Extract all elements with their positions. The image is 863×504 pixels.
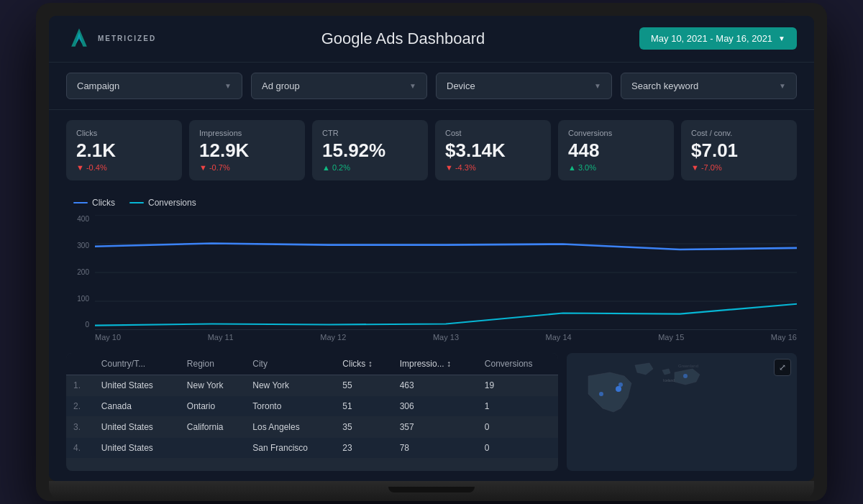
kpi-value-1: 12.9K [199,140,295,161]
row-clicks-0: 55 [335,375,392,396]
col-country[interactable]: Country/T... [94,353,180,375]
row-region-2: California [180,417,245,438]
kpi-card-4: Conversions 448 ▲ 3.0% [558,120,674,181]
table-row[interactable]: 4. United States San Francisco 23 78 0 [66,438,558,459]
kpi-value-3: $3.14K [445,140,541,161]
kpi-label-5: Cost / conv. [691,129,787,137]
header: METRICIZED Google Ads Dashboard May 10, … [49,16,814,63]
kpi-card-3: Cost $3.14K ▼ -4.3% [435,120,551,181]
table-row[interactable]: 1. United States New York New York 55 46… [66,375,558,396]
date-range-picker[interactable]: May 10, 2021 - May 16, 2021 ▼ [639,27,797,50]
row-region-0: New York [180,375,245,396]
map-expand-button[interactable]: ⤢ [774,359,791,376]
legend-clicks-label: Clicks [92,198,115,208]
row-impressions-2: 357 [393,417,478,438]
filter-arrow-search-keyword: ▼ [779,82,786,90]
row-city-3: San Francisco [245,438,335,459]
row-country-1: Canada [94,396,180,417]
x-label-may16: May 16 [771,333,797,342]
map-svg: Greenland Iceland [567,353,797,471]
row-num-0: 1. [66,375,94,396]
col-region[interactable]: Region [180,353,245,375]
y-label-100: 100 [66,295,89,303]
filter-search-keyword[interactable]: Search keyword▼ [621,73,797,99]
row-clicks-2: 35 [335,417,392,438]
svg-text:Iceland: Iceland [663,378,675,382]
row-conversions-1: 1 [478,396,558,417]
y-label-200: 200 [66,268,89,276]
kpi-card-1: Impressions 12.9K ▼ -0.7% [189,120,305,181]
row-country-0: United States [94,375,180,396]
date-range-label: May 10, 2021 - May 16, 2021 [651,33,772,44]
x-label-may15: May 15 [658,333,684,342]
x-label-may13: May 13 [433,333,459,342]
svg-point-12 [618,382,623,387]
svg-point-10 [616,386,621,392]
col-conversions[interactable]: Conversions [478,353,558,375]
kpi-value-0: 2.1K [76,140,172,161]
kpi-label-3: Cost [445,129,541,137]
page-title: Google Ads Dashboard [167,29,639,48]
logo-text: METRICIZED [98,35,156,42]
kpi-card-2: CTR 15.92% ▲ 0.2% [312,120,428,181]
x-label-may10: May 10 [95,333,121,342]
kpi-card-5: Cost / conv. $7.01 ▼ -7.0% [681,120,797,181]
kpi-label-2: CTR [322,129,418,137]
logo-area: METRICIZED [66,26,167,52]
kpi-value-5: $7.01 [691,140,787,161]
filter-label-campaign: Campaign [77,81,119,91]
kpi-change-5: ▼ -7.0% [691,163,787,172]
row-city-2: Los Angeles [245,417,335,438]
row-impressions-1: 306 [393,396,478,417]
row-country-2: United States [94,417,180,438]
geo-map: ⤢ Greenland Iceland [567,353,797,471]
col-impressions[interactable]: Impressio... ↕ [393,353,478,375]
legend-conversions: Conversions [129,198,196,208]
row-clicks-1: 51 [335,396,392,417]
chart-legend: Clicks Conversions [66,198,797,208]
col-clicks[interactable]: Clicks ↕ [335,353,392,375]
table-header-row: Country/T... Region City Clicks ↕ Impres… [66,353,558,375]
svg-text:Greenland: Greenland [678,364,698,368]
clicks-legend-dot [73,202,88,203]
kpi-change-1: ▼ -0.7% [199,163,295,172]
x-label-may11: May 11 [208,333,234,342]
kpi-change-2: ▲ 0.2% [322,163,418,172]
filter-ad-group[interactable]: Ad group▼ [251,73,427,99]
row-region-3 [180,438,245,459]
row-city-0: New York [245,375,335,396]
metricized-logo [66,26,92,52]
filter-label-ad-group: Ad group [262,81,300,91]
row-conversions-2: 0 [478,417,558,438]
kpi-card-0: Clicks 2.1K ▼ -0.4% [66,120,182,181]
y-label-400: 400 [66,215,89,223]
col-city[interactable]: City [245,353,335,375]
y-label-300: 300 [66,242,89,249]
filter-arrow-campaign: ▼ [224,82,232,90]
row-impressions-3: 78 [393,438,478,459]
kpi-value-2: 15.92% [322,140,418,161]
filter-arrow-device: ▼ [594,82,601,90]
laptop-frame: METRICIZED Google Ads Dashboard May 10, … [36,3,827,502]
filter-campaign[interactable]: Campaign▼ [66,73,242,99]
row-num-1: 2. [66,396,94,417]
chart-container: 0 100 200 300 400 [66,215,797,330]
row-region-1: Ontario [180,396,245,417]
table-row[interactable]: 3. United States California Los Angeles … [66,417,558,438]
row-num-2: 3. [66,417,94,438]
row-conversions-3: 0 [478,438,558,459]
filter-device[interactable]: Device▼ [436,73,612,99]
laptop-base [49,481,814,501]
kpi-change-3: ▼ -4.3% [445,163,541,172]
conversions-legend-dot [129,202,144,203]
kpi-change-4: ▲ 3.0% [568,163,664,172]
geo-table: Country/T... Region City Clicks ↕ Impres… [66,353,558,471]
x-label-may12: May 12 [320,333,346,342]
y-axis-labels: 0 100 200 300 400 [66,215,89,330]
filter-label-search-keyword: Search keyword [631,81,698,91]
svg-point-13 [683,374,688,378]
filters-bar: Campaign▼Ad group▼Device▼Search keyword▼ [49,63,814,110]
chart-section: Clicks Conversions 0 100 200 300 400 [49,191,814,346]
chart-svg [95,215,797,330]
table-row[interactable]: 2. Canada Ontario Toronto 51 306 1 [66,396,558,417]
